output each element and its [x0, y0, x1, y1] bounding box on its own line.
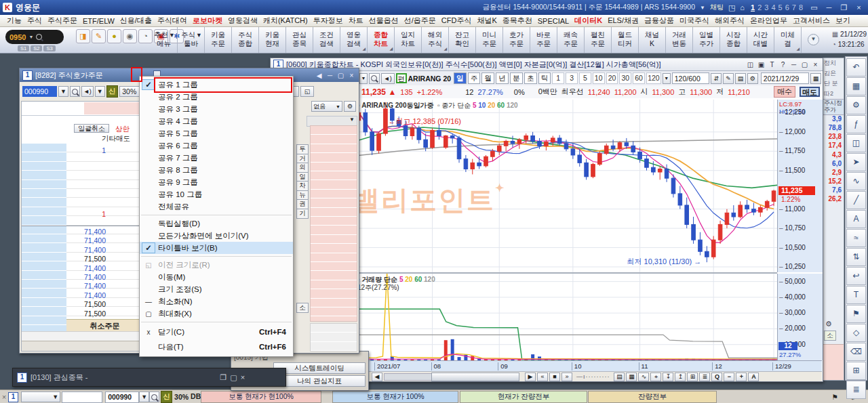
minimize-icon[interactable]: ─ — [824, 3, 834, 12]
code-dropdown-icon[interactable]: ▼ — [58, 86, 68, 97]
menu-로보마켓[interactable]: 로보마켓 — [190, 16, 225, 26]
condition-dropdown[interactable]: 없음▼ — [311, 101, 342, 112]
search-icon[interactable] — [149, 391, 159, 402]
zoom-tool-+[interactable]: + — [736, 373, 747, 381]
menu-종목추천[interactable]: 종목추천 — [500, 16, 535, 26]
buy-button[interactable]: 매수 — [774, 86, 795, 98]
menu-투자정보[interactable]: 투자정보 — [311, 16, 346, 26]
minute-1[interactable]: 1 — [552, 72, 564, 84]
account-dropdown[interactable]: ▼ — [21, 391, 60, 402]
table-icon[interactable]: ⊞ — [846, 362, 866, 380]
menu-ETF/ELW[interactable]: ETF/ELW — [80, 17, 117, 25]
context-item-최소화(N)[interactable]: —최소화(N) — [140, 295, 293, 307]
code-dropdown-icon[interactable]: ▼ — [359, 73, 368, 84]
stop-button[interactable]: ■ — [549, 373, 560, 381]
layout-icon[interactable]: ▤ — [614, 373, 625, 381]
minimize-icon[interactable]: ─ — [326, 72, 334, 79]
zoom-tool-−[interactable]: − — [724, 373, 734, 381]
zoom-tool-Q[interactable]: Q — [711, 373, 722, 381]
context-item-공유 10 그룹[interactable]: 공유 10 그룹 — [140, 188, 293, 200]
minimize-icon[interactable]: ─ — [789, 61, 798, 68]
toolbar-button-종합차트[interactable]: 종합차트◢ — [368, 27, 395, 53]
quick-tab-S1[interactable]: S1 — [18, 45, 29, 51]
trend-line-icon[interactable]: ╱ — [846, 191, 866, 209]
pending-order-price[interactable]: 71,400 — [53, 282, 106, 290]
toolbar-button-거래변동[interactable]: 거래변동 — [666, 27, 693, 53]
context-item-공유 4 그룹[interactable]: 공유 4 그룹 — [140, 115, 293, 127]
settings-gear-icon[interactable]: ⚙ — [846, 96, 866, 114]
context-item-이동(M)[interactable]: 이동(M) — [140, 271, 293, 283]
period-년[interactable]: 년 — [496, 72, 509, 84]
pending-order-price[interactable]: 71,400 — [53, 228, 106, 236]
brush-icon[interactable]: ✎ — [92, 29, 106, 43]
cancel-all-button[interactable]: 일괄취소 — [74, 124, 109, 133]
pages-icon[interactable]: ▦ — [626, 373, 637, 381]
compare-icon[interactable]: ⇵ — [711, 73, 722, 84]
maximize-icon[interactable]: ▢ — [336, 72, 345, 79]
zigzag-icon[interactable]: ≈ — [846, 229, 866, 247]
lock-icon[interactable]: ● — [107, 29, 121, 43]
menu-신용/대출[interactable]: 신용/대출 — [117, 16, 155, 26]
down-icon[interactable]: ↧ — [663, 373, 673, 381]
text-tool-icon[interactable]: T — [846, 286, 866, 304]
crosshair-icon[interactable]: ⌖ — [650, 373, 661, 381]
menu-금융상품[interactable]: 금융상품 — [642, 16, 677, 26]
period-주[interactable]: 주 — [468, 72, 481, 84]
pending-order-price[interactable]: 71,400 — [53, 236, 106, 245]
toolbar-button-일지차트[interactable]: 일지차트 — [395, 27, 422, 53]
menu-주식[interactable]: 주식 — [24, 16, 45, 26]
link-badge[interactable]: 편 — [396, 73, 407, 83]
settings-gear-icon[interactable]: ⚙ — [344, 101, 356, 112]
minute-5[interactable]: 5 — [579, 72, 591, 84]
pending-order-price[interactable]: 71,400 — [53, 264, 106, 272]
menu-선물옵션[interactable]: 선물옵션 — [366, 16, 401, 26]
chevron-down-icon[interactable]: ▼ — [28, 35, 33, 39]
speaker-dropdown-icon[interactable]: ▼ — [95, 86, 105, 97]
close-icon[interactable]: × — [347, 72, 356, 79]
period-월[interactable]: 월 — [481, 72, 494, 84]
context-item-공유 9 그룹[interactable]: 공유 9 그룹 — [140, 176, 293, 188]
list-tool-icon[interactable]: ≣ — [846, 381, 866, 399]
code-dropdown-icon[interactable]: ▼ — [139, 391, 149, 402]
help-icon[interactable]: ? — [778, 61, 787, 68]
speaker-icon[interactable]: ◄) — [81, 86, 94, 97]
calendar-icon[interactable]: ▦ — [810, 73, 821, 84]
window-group-badge[interactable]: 1 — [8, 392, 18, 402]
minute-20[interactable]: 20 — [606, 72, 618, 84]
sliver-button[interactable]: 소 — [824, 331, 836, 341]
search-icon[interactable] — [369, 73, 380, 84]
context-item-공유 8 그룹[interactable]: 공유 8 그룹 — [140, 164, 293, 176]
order-preset-pink[interactable]: 보통 현재가 현100% — [201, 391, 321, 403]
pending-order-price[interactable]: 71,400 — [53, 246, 106, 254]
context-item-닫기(C)[interactable]: x닫기(C)Ctrl+F4 — [140, 324, 293, 339]
quick-tab-S3[interactable]: S3 — [43, 45, 55, 51]
close-icon[interactable]: × — [241, 373, 245, 381]
password-field[interactable] — [62, 391, 102, 403]
erase-all-icon[interactable]: ⌫ — [846, 343, 866, 361]
save-icon[interactable]: ◨ — [76, 29, 90, 43]
menu-캐치(KATCH)[interactable]: 캐치(KATCH) — [260, 16, 311, 26]
period-일[interactable]: 일 — [454, 72, 467, 84]
context-item-다음(T)[interactable]: 다음(T)Ctrl+F6 — [140, 339, 293, 354]
return-icon[interactable]: ↩ — [846, 267, 866, 285]
toolbar-button-바로주문[interactable]: 바로주문 — [530, 27, 557, 53]
menu-주식대여[interactable]: 주식대여 — [155, 16, 190, 26]
order-preset-beige[interactable]: 잔량전부 — [588, 391, 717, 403]
screen-icon[interactable]: ▭ — [809, 3, 819, 12]
toolbar-button-미체결[interactable]: 미체결◢ — [774, 27, 802, 53]
stock-code-input[interactable]: 000990 — [22, 86, 57, 97]
zoom-tool-A[interactable]: A — [748, 373, 759, 381]
toolbar-button-영웅검색[interactable]: 영웅검색◢ — [340, 27, 368, 53]
quick-tabs[interactable]: S1S2S3 — [18, 45, 56, 51]
screen-number-3[interactable]: 3 — [764, 3, 768, 12]
camera-icon[interactable]: ◉ — [123, 29, 137, 43]
home-icon[interactable]: ⌂ — [740, 3, 745, 12]
close-icon[interactable]: × — [811, 61, 820, 68]
chart-date-field[interactable]: 2021/12/29 — [761, 72, 809, 84]
order-preset-green[interactable]: 현재가 잔량전부 — [460, 391, 587, 403]
search-icon[interactable] — [70, 86, 80, 97]
menu-채널K[interactable]: 채널K — [474, 16, 499, 26]
screen-number-2[interactable]: 2 — [757, 3, 762, 12]
menu-선/옵주문[interactable]: 선/옵주문 — [401, 16, 439, 26]
scrollbar-thumb[interactable] — [431, 373, 519, 381]
